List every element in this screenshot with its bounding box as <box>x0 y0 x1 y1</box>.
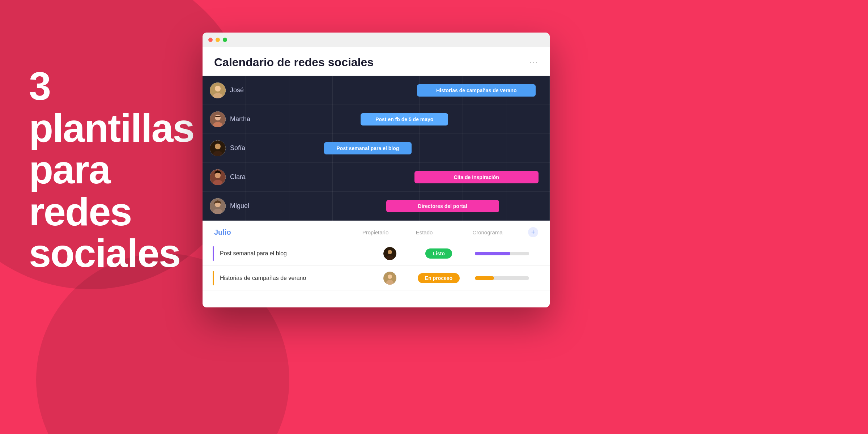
row-indicator-purple <box>213 246 214 261</box>
person-info-clara: Clara <box>210 169 268 185</box>
headline-line4: sociales <box>29 231 180 275</box>
row-cronograma <box>466 276 538 280</box>
row-status: En proceso <box>412 273 466 283</box>
owner-avatar <box>383 272 396 285</box>
gantt-row-miguel: Miguel Directores del portal <box>203 192 550 221</box>
bar-container-martha: Post en fb de 5 de mayo <box>268 105 550 133</box>
avatar-miguel <box>210 198 226 214</box>
cronograma-fill <box>475 252 510 255</box>
app-header: Calendario de redes sociales ··· <box>203 47 550 76</box>
more-options-button[interactable]: ··· <box>529 58 538 67</box>
status-badge-green: Listo <box>425 248 452 259</box>
person-name-clara: Clara <box>230 173 246 181</box>
col-header-cronograma: Cronograma <box>451 229 524 235</box>
headline-line2: para <box>29 147 110 192</box>
row-owner <box>368 247 412 260</box>
person-info-miguel: Miguel <box>210 198 268 214</box>
gantt-rows: José Historias de campañas de verano <box>203 76 550 221</box>
task-name: Historias de campañas de verano <box>220 275 368 281</box>
person-name-martha: Martha <box>230 115 250 123</box>
person-name-miguel: Miguel <box>230 202 249 210</box>
gantt-bar-jose[interactable]: Historias de campañas de verano <box>417 84 536 97</box>
task-name: Post semanal para el blog <box>220 250 368 257</box>
col-header-owner: Propietario <box>354 229 397 235</box>
status-badge-orange: En proceso <box>418 273 460 283</box>
row-owner <box>368 272 412 285</box>
app-title: Calendario de redes sociales <box>214 56 374 69</box>
gantt-row-clara: Clara Cita de inspiración <box>203 163 550 192</box>
bar-container-clara: Cita de inspiración <box>268 163 550 191</box>
bar-container-jose: Historias de campañas de verano <box>268 76 550 105</box>
person-info-jose: José <box>210 82 268 98</box>
traffic-light-red[interactable] <box>208 38 213 42</box>
svg-point-4 <box>215 115 221 120</box>
avatar-martha <box>210 111 226 127</box>
bar-container-sofia: Post semanal para el blog <box>268 134 550 162</box>
col-header-status: Estado <box>397 229 451 235</box>
gantt-bar-clara[interactable]: Cita de inspiración <box>414 171 539 183</box>
cronograma-bar <box>475 252 529 255</box>
person-name-jose: José <box>230 86 244 94</box>
lower-header: Julio Propietario Estado Cronograma + <box>203 221 550 241</box>
owner-avatar <box>383 247 396 260</box>
traffic-light-green[interactable] <box>223 38 227 42</box>
section-title: Julio <box>214 228 354 237</box>
cronograma-fill <box>475 276 494 280</box>
svg-point-7 <box>215 144 221 149</box>
headline-line3: redes <box>29 189 132 234</box>
row-indicator-orange <box>213 271 214 285</box>
gantt-area: José Historias de campañas de verano <box>203 76 550 221</box>
gantt-row-sofia: Sofía Post semanal para el blog <box>203 134 550 163</box>
person-name-sofia: Sofía <box>230 144 245 152</box>
lower-panel: Julio Propietario Estado Cronograma + Po… <box>203 221 550 307</box>
avatar-jose <box>210 82 226 98</box>
person-info-martha: Martha <box>210 111 268 127</box>
svg-point-16 <box>388 250 392 254</box>
add-column-button[interactable]: + <box>528 227 538 237</box>
svg-point-19 <box>388 275 392 279</box>
table-row: Historias de campañas de verano En proce… <box>203 266 550 290</box>
headline-line1: 3 plantillas <box>29 64 194 150</box>
browser-titlebar <box>203 33 550 47</box>
table-row: Post semanal para el blog Listo <box>203 241 550 266</box>
person-info-sofia: Sofía <box>210 140 268 156</box>
gantt-row-jose: José Historias de campañas de verano <box>203 76 550 105</box>
avatar-clara <box>210 169 226 185</box>
browser-window: Calendario de redes sociales ··· <box>203 33 550 307</box>
gantt-bar-miguel[interactable]: Directores del portal <box>386 200 499 212</box>
cronograma-bar <box>475 276 529 280</box>
avatar-sofia <box>210 140 226 156</box>
traffic-light-yellow[interactable] <box>216 38 220 42</box>
gantt-bar-sofia[interactable]: Post semanal para el blog <box>324 142 412 154</box>
bar-container-miguel: Directores del portal <box>268 192 550 220</box>
gantt-row-martha: Martha Post en fb de 5 de mayo <box>203 105 550 134</box>
headline: 3 plantillas para redes sociales <box>29 65 192 274</box>
row-cronograma <box>466 252 538 255</box>
gantt-bar-martha[interactable]: Post en fb de 5 de mayo <box>361 113 448 125</box>
svg-point-10 <box>215 173 221 178</box>
row-status: Listo <box>412 248 466 259</box>
svg-point-1 <box>215 86 221 92</box>
